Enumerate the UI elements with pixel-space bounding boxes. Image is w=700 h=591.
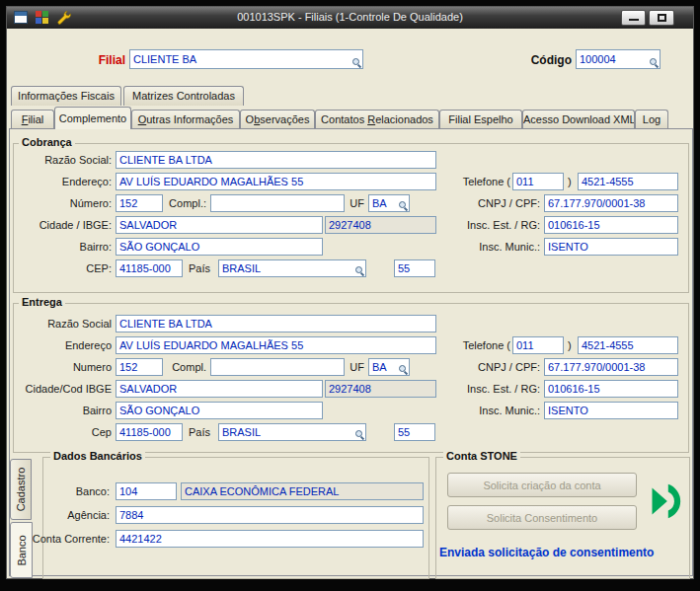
filial-value: CLIENTE BA xyxy=(130,50,362,66)
conta-stone-title: Conta STONE xyxy=(443,450,520,463)
ent-telefone-ddd-field[interactable]: 011 xyxy=(512,336,564,354)
tab-complemento[interactable]: Complemento xyxy=(54,107,131,129)
ent-razao-social-field[interactable]: CLIENTE BA LTDA xyxy=(116,315,436,332)
cob-telefone-close-paren: ) xyxy=(568,175,578,188)
minimize-icon xyxy=(629,11,639,21)
ent-insc-mun-label: Insc. Munic.: xyxy=(437,404,540,417)
maximize-icon xyxy=(658,14,666,22)
ent-numero-field[interactable]: 152 xyxy=(116,358,163,376)
tab-filial-espelho[interactable]: Filial Espelho xyxy=(439,110,522,128)
ent-cidade-field[interactable]: SALVADOR xyxy=(116,380,323,398)
ent-endereco-field[interactable]: AV LUÍS EDUARDO MAGALHÃES 55 xyxy=(116,336,436,354)
banco-nome-field[interactable]: CAIXA ECONÔMICA FEDERAL xyxy=(181,482,424,500)
tab-filial[interactable]: Filial xyxy=(11,110,54,128)
filial-field[interactable]: CLIENTE BA xyxy=(129,49,363,69)
ent-pais-field[interactable]: BRASIL xyxy=(218,423,366,441)
conta-corrente-field[interactable]: 4421422 xyxy=(116,530,424,548)
cob-cnpj-label: CNPJ / CPF: xyxy=(437,196,540,210)
agencia-label: Agência: xyxy=(44,508,110,522)
cob-ibge-field[interactable]: 2927408 xyxy=(325,216,436,234)
ent-pais-label: País xyxy=(189,425,216,439)
codigo-field[interactable]: 100004 xyxy=(576,49,661,69)
cob-insc-mun-label: Insc. Munic.: xyxy=(437,240,540,254)
ent-endereco-label: Endereço xyxy=(15,338,112,352)
ent-cidade-label: Cidade/Cod IBGE xyxy=(15,382,112,396)
banco-label: Banco: xyxy=(44,484,110,498)
cob-uf-lookup-icon[interactable] xyxy=(398,200,408,210)
cob-numero-label: Número: xyxy=(15,196,112,210)
ent-razao-social-label: Razão Social xyxy=(15,317,112,331)
ent-uf-lookup-icon[interactable] xyxy=(398,364,408,374)
cobranca-title: Cobrança xyxy=(19,136,75,149)
codigo-value: 100004 xyxy=(577,50,660,66)
tab-matrizes-controladas[interactable]: Matrizes Controladas xyxy=(123,86,244,106)
ent-cnpj-label: CNPJ / CPF: xyxy=(437,360,540,374)
cob-insc-est-label: Insc. Est. / RG: xyxy=(437,218,540,232)
ent-pais-codigo-field[interactable]: 55 xyxy=(394,423,435,441)
ent-uf-label: UF xyxy=(347,360,364,374)
ent-compl-field[interactable] xyxy=(210,358,345,376)
tab-informacoes-fiscais[interactable]: Informações Fiscais xyxy=(11,86,121,106)
ent-insc-mun-field[interactable]: ISENTO xyxy=(544,402,678,419)
codigo-label: Código xyxy=(514,52,572,68)
cob-cidade-field[interactable]: SALVADOR xyxy=(116,216,323,234)
tab-contatos-relacionados[interactable]: Contatos Relacionados xyxy=(315,110,439,128)
dados-bancarios-title: Dados Bancários xyxy=(50,450,145,463)
agencia-field[interactable]: 7884 xyxy=(116,506,424,524)
tab-observacoes[interactable]: Observações xyxy=(240,110,315,128)
ent-numero-label: Numero xyxy=(15,360,112,374)
consentimento-status-text: Enviada solicitação de consentimento xyxy=(439,546,688,559)
desktop: 001013SPK - Filiais (1-Controle De Quali… xyxy=(0,0,700,591)
ent-cnpj-field[interactable]: 67.177.970/0001-38 xyxy=(544,358,678,376)
minimize-button[interactable] xyxy=(621,10,646,26)
cob-bairro-field[interactable]: SÃO GONÇALO xyxy=(116,238,323,256)
cob-telefone-ddd-field[interactable]: 011 xyxy=(512,173,564,190)
cob-cnpj-field[interactable]: 67.177.970/0001-38 xyxy=(544,194,678,212)
solicita-criacao-conta-button[interactable]: Solicita criação da conta xyxy=(447,473,637,497)
ent-ibge-field[interactable]: 2927408 xyxy=(325,380,436,398)
ent-cep-field[interactable]: 41185-000 xyxy=(116,423,183,441)
tab-outras-informacoes[interactable]: Outras Informações xyxy=(131,110,240,128)
cob-pais-field[interactable]: BRASIL xyxy=(218,259,366,277)
filial-lookup-icon[interactable] xyxy=(351,57,361,67)
entrega-title: Entrega xyxy=(19,296,65,309)
cob-insc-est-field[interactable]: 010616-15 xyxy=(544,216,678,234)
cob-uf-field[interactable]: BA xyxy=(368,194,410,212)
banco-codigo-field[interactable]: 104 xyxy=(116,482,177,500)
side-tab-cadastro[interactable]: Cadastro xyxy=(10,459,32,520)
ent-insc-est-field[interactable]: 010616-15 xyxy=(544,380,678,398)
cob-bairro-label: Bairro: xyxy=(15,240,112,254)
cob-numero-field[interactable]: 152 xyxy=(116,194,163,212)
cob-cep-field[interactable]: 41185-000 xyxy=(116,259,183,277)
cob-cidade-label: Cidade / IBGE: xyxy=(15,218,112,232)
ent-telefone-label: Telefone ( xyxy=(441,338,510,352)
side-tab-banco[interactable]: Banco xyxy=(10,522,33,578)
tab-acesso-download-xml[interactable]: Acesso Download XML xyxy=(522,110,635,128)
cob-pais-label: País xyxy=(189,261,216,275)
cob-cep-label: CEP: xyxy=(15,261,112,275)
cob-endereco-field[interactable]: AV LUÍS EDUARDO MAGALHÃES 55 xyxy=(116,173,436,190)
cob-pais-codigo-field[interactable]: 55 xyxy=(394,259,435,277)
solicita-consentimento-button[interactable]: Solicita Consentimento xyxy=(447,505,637,530)
ent-compl-label: Compl. xyxy=(165,360,206,374)
conta-corrente-label: Conta Corrente: xyxy=(27,532,110,546)
codigo-lookup-icon[interactable] xyxy=(649,57,659,67)
cob-pais-lookup-icon[interactable] xyxy=(354,265,364,275)
ent-telefone-close-paren: ) xyxy=(568,338,578,352)
ent-uf-field[interactable]: BA xyxy=(368,358,410,376)
ent-telefone-numero-field[interactable]: 4521-4555 xyxy=(578,336,678,354)
cob-razao-social-label: Razão Social: xyxy=(15,153,112,167)
cob-razao-social-field[interactable]: CLIENTE BA LTDA xyxy=(116,151,436,169)
ent-bairro-field[interactable]: SÃO GONÇALO xyxy=(116,402,323,419)
ent-pais-lookup-icon[interactable] xyxy=(354,429,364,439)
cob-endereco-label: Endereço: xyxy=(15,175,112,188)
tab-log[interactable]: Log xyxy=(635,110,668,128)
maximize-button[interactable] xyxy=(649,10,674,26)
cob-uf-label: UF xyxy=(347,196,364,210)
cob-compl-field[interactable] xyxy=(210,194,345,212)
filial-label: Filial xyxy=(37,52,125,68)
stone-logo-icon xyxy=(641,479,686,528)
cob-insc-mun-field[interactable]: ISENTO xyxy=(544,238,678,256)
ent-cep-label: Cep xyxy=(15,425,112,439)
cob-telefone-numero-field[interactable]: 4521-4555 xyxy=(578,173,678,190)
